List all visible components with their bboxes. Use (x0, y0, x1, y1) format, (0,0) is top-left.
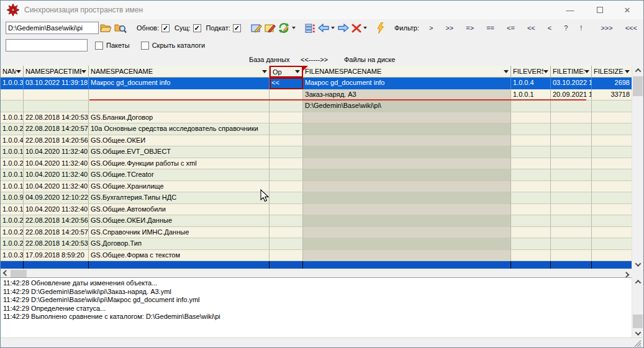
column-filter-dropdown-icon[interactable] (262, 70, 267, 73)
grid-cell-namespacetimes[interactable]: 22.08.2018 14:20:53 (24, 238, 89, 250)
grid-cell-fileversi[interactable] (511, 215, 551, 227)
grid-cell-namespacename[interactable]: GS.Общие.EVT_OBJECT (89, 146, 270, 158)
grid-cell-filesize[interactable] (592, 238, 632, 250)
grid-cell-fileversi[interactable]: 1.0.0.4 (511, 78, 551, 89)
grid-cell-name[interactable]: 1.0.0.3 (1, 250, 24, 262)
filter-op-button[interactable]: == (486, 24, 494, 32)
grid-cell-namespacetimes[interactable]: 22.08.2018 14:20:56 (24, 215, 89, 227)
details-view-button[interactable] (305, 21, 315, 35)
column-header-filetimes[interactable]: FILETIMES (551, 66, 592, 78)
edit-db-button[interactable] (251, 21, 262, 35)
grid-cell-filesize[interactable] (592, 192, 632, 204)
column-header-namespacename[interactable]: NAMESPACENAME (89, 66, 270, 78)
grid-cell-fileversi[interactable] (511, 192, 551, 204)
grid-cell-name[interactable] (1, 100, 24, 112)
filter-op-button[interactable]: > (429, 24, 433, 32)
grid-cell-namespacetimes[interactable]: 04.09.2020 12:10:22 (24, 192, 89, 204)
grid-cell-name[interactable]: 1.0.0.19 (1, 181, 24, 193)
close-button[interactable]: ✕ (614, 1, 641, 19)
grid-cell-fileversi[interactable] (511, 181, 551, 193)
grid-cell-namespacename[interactable]: GS.Общее.Форма с текстом (89, 250, 270, 262)
grid-cell-name[interactable]: 1.0.0.4 (1, 135, 24, 147)
table-row[interactable]: 1.0.0.904.09.2020 12:10:22GS.Бухгалтерия… (1, 192, 632, 204)
grid-cell-op[interactable] (270, 123, 303, 135)
grid-cell-filetimes[interactable] (551, 100, 592, 112)
scroll-left-button[interactable] (1, 269, 11, 278)
table-row[interactable]: 1.0.0.222.08.2018 14:20:53GS.Договор.Тип (1, 238, 632, 250)
column-filter-dropdown-icon[interactable] (295, 70, 300, 73)
column-filter-dropdown-icon[interactable] (625, 70, 630, 73)
grid-cell-name[interactable]: 1.0.0.2 (1, 238, 24, 250)
grid-cell-filetimes[interactable] (551, 135, 592, 147)
grid-cell-op[interactable] (270, 250, 303, 262)
path-input[interactable] (6, 22, 99, 34)
grid-cell-name[interactable]: 1.0.0.11 (1, 204, 24, 216)
grid-cell-namespacetimes[interactable]: 17.09.2018 8:59:20 (24, 250, 89, 262)
grid-cell-name[interactable]: 1.0.0.2 (1, 227, 24, 239)
grid-cell-op[interactable] (270, 181, 303, 193)
hscroll-thumb[interactable] (11, 270, 27, 277)
column-filter-dropdown-icon[interactable] (16, 70, 21, 73)
grid-cell-namespacename[interactable]: GS.Бухгалтерия.Типы НДС (89, 192, 270, 204)
grid-cell-namespacename[interactable]: GS.Общие.Функции работы с xml (89, 158, 270, 170)
grid-cell-filetimes[interactable] (551, 250, 592, 262)
filter-op-button[interactable]: << (527, 24, 535, 32)
grid-cell-namespacetimes[interactable]: 10.04.2020 11:32:40 (24, 169, 89, 181)
table-row[interactable]: 1.0.0.222.08.2018 14:20:57GS.Справочник … (1, 227, 632, 239)
grid-cell-namespacetimes[interactable] (24, 89, 89, 101)
grid-cell-filesize[interactable] (592, 135, 632, 147)
grid-cell-fileversi[interactable] (511, 158, 551, 170)
filter-op-button[interactable]: < (548, 24, 551, 32)
grid-cell-namespacename[interactable]: 10а Основные средства исследователь спра… (89, 123, 270, 135)
find-file-button[interactable] (114, 21, 127, 35)
grid-cell-namespacename[interactable]: Макрос gd_document info (89, 78, 270, 89)
grid-cell-filesize[interactable] (592, 169, 632, 181)
grid-cell-filesize[interactable] (592, 146, 632, 158)
log-scroll-thumb[interactable] (633, 315, 643, 328)
empty-selected-row[interactable] (1, 261, 632, 269)
grid-cell-op[interactable] (270, 146, 303, 158)
grid-cell-filenamespacename[interactable] (303, 169, 511, 181)
table-row[interactable]: 1.0.0.1910.04.2020 11:32:40GS.Общие.Хран… (1, 181, 632, 193)
grid-cell-namespacename[interactable]: GS.Общее.ОКЕИ.Данные (89, 215, 270, 227)
existing-checkbox[interactable]: ✓ (193, 24, 201, 32)
column-filter-dropdown-icon[interactable] (504, 70, 509, 73)
grid-cell-name[interactable]: 1.0.0.1 (1, 169, 24, 181)
grid-cell-filenamespacename[interactable] (303, 238, 511, 250)
log-scroll-down-button[interactable] (632, 329, 643, 337)
grid-cell-filetimes[interactable] (551, 181, 592, 193)
grid-cell-name[interactable]: 1.0.0.9 (1, 192, 24, 204)
grid-cell-filesize[interactable] (592, 215, 632, 227)
grid-cell-namespacename[interactable]: GS.Бланки.Договор (89, 112, 270, 124)
move-left-button[interactable] (318, 21, 329, 35)
grid-cell-filesize[interactable] (592, 204, 632, 216)
grid-cell-name[interactable] (1, 89, 24, 101)
grid-cell-fileversi[interactable] (511, 135, 551, 147)
grid-cell-filetimes[interactable] (551, 204, 592, 216)
grid-cell-filesize[interactable]: 2698 (592, 78, 632, 89)
grid-cell-namespacename[interactable] (89, 100, 270, 112)
table-row[interactable]: 1.0.0.1110.04.2020 11:32:40GS.Общие.Авто… (1, 204, 632, 216)
scroll-up-button[interactable] (632, 66, 643, 74)
move-right-button[interactable] (338, 21, 349, 35)
grid-cell-name[interactable]: 1.0.0.20 (1, 158, 24, 170)
column-header-op[interactable]: Op (270, 66, 303, 78)
grid-cell-filenamespacename[interactable]: Макрос gd_document info (303, 78, 511, 89)
grid-cell-fileversi[interactable] (511, 146, 551, 158)
grid-cell-namespacetimes[interactable]: 22.08.2018 14:20:57 (24, 227, 89, 239)
grid-cell-filetimes[interactable] (551, 123, 592, 135)
column-header-filenamespacename[interactable]: FILENAMESPACENAME (303, 66, 511, 78)
table-row[interactable]: 1.0.0.303.10.2022 11:39:18Макрос gd_docu… (1, 78, 632, 89)
grid-cell-op[interactable]: << (270, 78, 303, 89)
grid-cell-filetimes[interactable] (551, 227, 592, 239)
grid-cell-filenamespacename[interactable] (303, 135, 511, 147)
grid-cell-namespacetimes[interactable]: 10.04.2020 11:32:40 (24, 181, 89, 193)
grid-cell-namespacetimes[interactable]: 22.08.2018 14:20:53 (24, 112, 89, 124)
table-row[interactable]: 1.0.0.1622.08.2018 14:20:53GS.Бланки.Дог… (1, 112, 632, 124)
scroll-right-button[interactable] (621, 269, 631, 278)
grid-cell-filesize[interactable] (592, 227, 632, 239)
grid-cell-namespacetimes[interactable]: 22.08.2018 14:20:56 (24, 135, 89, 147)
column-header-name[interactable]: NAME (1, 66, 24, 78)
grid-cell-filesize[interactable] (592, 100, 632, 112)
table-row[interactable]: 1.0.0.222.08.2018 14:20:5710а Основные с… (1, 123, 632, 135)
